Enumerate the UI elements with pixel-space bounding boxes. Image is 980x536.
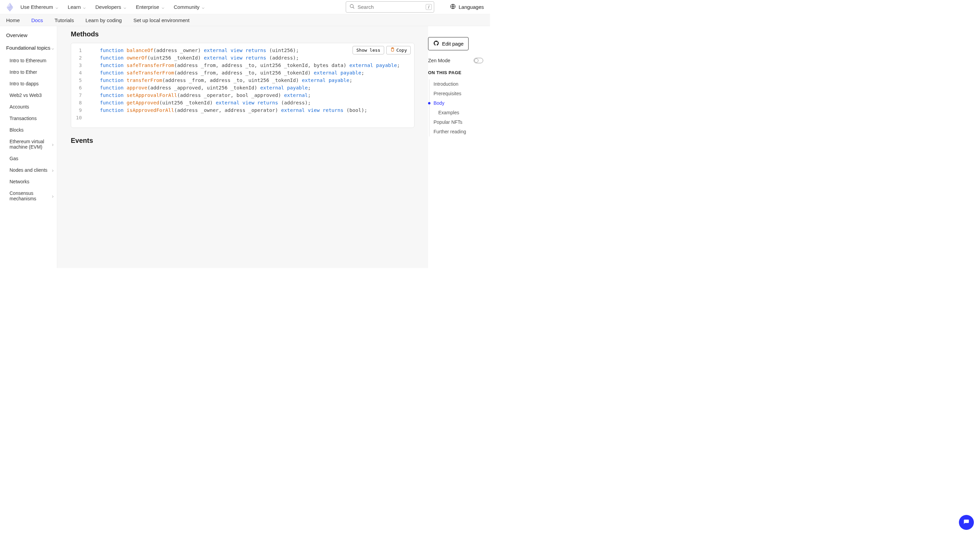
zen-mode-toggle[interactable] xyxy=(474,58,483,63)
main-content[interactable]: Methods Show less Copy 12345678910 funct… xyxy=(57,26,428,268)
globe-icon xyxy=(450,3,456,11)
toc-item-body[interactable]: Body xyxy=(434,98,483,108)
code-card-methods: Show less Copy 12345678910 function bala… xyxy=(71,43,414,128)
clipboard-icon xyxy=(390,47,395,53)
code-line: function safeTransferFrom(address _from,… xyxy=(88,69,409,76)
languages-button[interactable]: Languages xyxy=(450,3,484,11)
toc-heading: ON THIS PAGE xyxy=(428,70,483,75)
chevron-right-icon xyxy=(51,194,54,198)
code-gutter: 12345678910 xyxy=(76,47,88,121)
chevron-down-icon xyxy=(55,5,58,9)
toc: IntroductionPrerequisitesBodyExamplesPop… xyxy=(429,79,483,136)
sidebar-item-label: Accounts xyxy=(10,104,29,109)
subnav-item-set-up-local-environment[interactable]: Set up local environment xyxy=(134,17,189,23)
topnav-item-developers[interactable]: Developers xyxy=(95,4,126,10)
topnav-item-use-ethereum[interactable]: Use Ethereum xyxy=(21,4,58,10)
toc-item-introduction[interactable]: Introduction xyxy=(434,79,483,89)
sidebar-item-label: Networks xyxy=(10,179,29,184)
code-area[interactable]: 12345678910 function balanceOf(address _… xyxy=(76,47,409,121)
sidebar-item-transactions[interactable]: Transactions xyxy=(10,113,57,124)
languages-label: Languages xyxy=(459,4,484,10)
copy-button[interactable]: Copy xyxy=(386,46,411,54)
zen-mode-row: Zen Mode xyxy=(428,58,483,63)
github-icon xyxy=(433,40,439,47)
chevron-down-icon xyxy=(51,46,54,50)
topnav-item-learn[interactable]: Learn xyxy=(68,4,86,10)
sidebar-item-label: Blocks xyxy=(10,127,24,133)
sidebar-item-accounts[interactable]: Accounts xyxy=(10,101,57,113)
sidebar-section-label: Foundational topics xyxy=(6,45,50,51)
sidebar-item-web2-vs-web3[interactable]: Web2 vs Web3 xyxy=(10,89,57,101)
sidebar-overview[interactable]: Overview xyxy=(6,31,57,43)
sidebar-item-gas[interactable]: Gas xyxy=(10,153,57,164)
sidebar[interactable]: Overview Foundational topics Intro to Et… xyxy=(0,26,57,268)
subnav-item-tutorials[interactable]: Tutorials xyxy=(54,17,74,23)
code-line: function safeTransferFrom(address _from,… xyxy=(88,62,409,69)
topnav-item-label: Use Ethereum xyxy=(21,4,53,10)
code-line: function ownerOf(uint256 _tokenId) exter… xyxy=(88,54,409,62)
zen-mode-label: Zen Mode xyxy=(428,58,450,63)
ethereum-logo-icon[interactable] xyxy=(6,2,14,12)
sidebar-item-intro-to-dapps[interactable]: Intro to dapps xyxy=(10,78,57,89)
sub-nav: HomeDocsTutorialsLearn by codingSet up l… xyxy=(0,14,490,26)
heading-events: Events xyxy=(71,137,414,144)
topnav-item-enterprise[interactable]: Enterprise xyxy=(136,4,164,10)
chevron-right-icon xyxy=(51,143,54,146)
topnav-item-label: Developers xyxy=(95,4,121,10)
chevron-down-icon xyxy=(201,5,205,9)
search-box[interactable]: / xyxy=(346,2,434,13)
svg-point-3 xyxy=(350,5,353,8)
edit-page-button[interactable]: Edit page xyxy=(428,37,469,50)
subnav-item-docs[interactable]: Docs xyxy=(31,17,43,23)
sidebar-item-nodes-and-clients[interactable]: Nodes and clients xyxy=(10,164,57,176)
show-less-button[interactable]: Show less xyxy=(353,46,384,54)
toc-item-further-reading[interactable]: Further reading xyxy=(434,127,483,136)
sidebar-item-networks[interactable]: Networks xyxy=(10,176,57,187)
sidebar-item-label: Ethereum virtual machine (EVM) xyxy=(10,139,51,150)
topnav-item-label: Learn xyxy=(68,4,81,10)
sidebar-item-blocks[interactable]: Blocks xyxy=(10,124,57,136)
chevron-down-icon xyxy=(123,5,126,9)
topnav-item-label: Enterprise xyxy=(136,4,159,10)
sidebar-item-label: Intro to Ether xyxy=(10,70,37,75)
svg-line-4 xyxy=(353,7,354,8)
search-icon xyxy=(350,4,355,11)
sidebar-item-consensus-mechanisms[interactable]: Consensus mechanisms xyxy=(10,187,57,205)
code-lines: function balanceOf(address _owner) exter… xyxy=(88,47,409,121)
top-nav-links: Use EthereumLearnDevelopersEnterpriseCom… xyxy=(21,4,205,10)
chevron-down-icon xyxy=(82,5,86,9)
code-line: function setApprovalForAll(address _oper… xyxy=(88,92,409,99)
code-line xyxy=(88,114,409,121)
right-column: Edit page Zen Mode ON THIS PAGE Introduc… xyxy=(428,26,490,268)
sidebar-item-label: Gas xyxy=(10,156,18,161)
toc-item-examples[interactable]: Examples xyxy=(434,108,483,117)
topnav-item-label: Community xyxy=(174,4,200,10)
code-line: function isApprovedForAll(address _owner… xyxy=(88,106,409,114)
sidebar-item-label: Nodes and clients xyxy=(10,167,47,173)
sidebar-item-label: Intro to Ethereum xyxy=(10,58,46,63)
sidebar-item-intro-to-ether[interactable]: Intro to Ether xyxy=(10,66,57,78)
code-line: function transferFrom(address _from, add… xyxy=(88,76,409,84)
sidebar-item-ethereum-virtual-machine-evm-[interactable]: Ethereum virtual machine (EVM) xyxy=(10,136,57,153)
sidebar-section-foundational[interactable]: Foundational topics xyxy=(6,43,57,53)
subnav-item-learn-by-coding[interactable]: Learn by coding xyxy=(86,17,122,23)
chevron-down-icon xyxy=(161,5,164,9)
chevron-right-icon xyxy=(51,168,54,172)
sidebar-item-label: Web2 vs Web3 xyxy=(10,92,41,98)
sidebar-item-intro-to-ethereum[interactable]: Intro to Ethereum xyxy=(10,55,57,66)
sidebar-list: Intro to EthereumIntro to EtherIntro to … xyxy=(6,53,57,205)
sidebar-item-label: Transactions xyxy=(10,116,37,121)
top-nav: Use EthereumLearnDevelopersEnterpriseCom… xyxy=(0,0,490,14)
sidebar-item-label: Consensus mechanisms xyxy=(10,190,51,201)
toc-item-prerequisites[interactable]: Prerequisites xyxy=(434,89,483,98)
dark-mode-icon[interactable] xyxy=(439,3,445,11)
search-input[interactable] xyxy=(358,4,423,10)
subnav-item-home[interactable]: Home xyxy=(6,17,20,23)
code-line: function getApproved(uint256 _tokenId) e… xyxy=(88,99,409,106)
code-line: function approve(address _approved, uint… xyxy=(88,84,409,92)
heading-methods: Methods xyxy=(71,30,414,38)
search-kbd-hint: / xyxy=(426,4,432,10)
topnav-item-community[interactable]: Community xyxy=(174,4,205,10)
toc-item-popular-nfts[interactable]: Popular NFTs xyxy=(434,117,483,127)
sidebar-item-label: Intro to dapps xyxy=(10,81,39,86)
